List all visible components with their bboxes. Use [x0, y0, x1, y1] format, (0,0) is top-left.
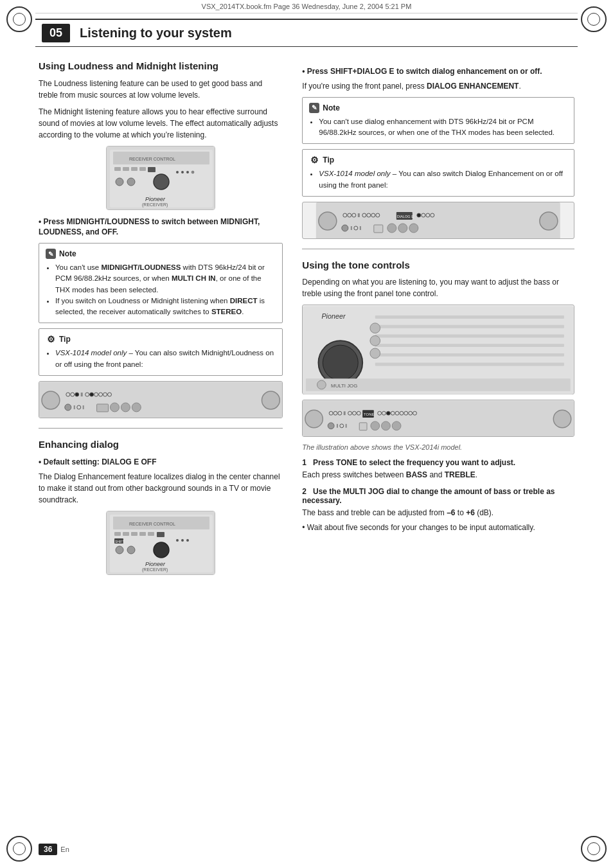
svg-rect-7 — [139, 167, 146, 171]
svg-point-35 — [111, 403, 120, 412]
svg-rect-93 — [375, 363, 564, 366]
svg-point-10 — [127, 178, 135, 186]
svg-rect-43 — [114, 532, 121, 536]
tip-icon-1: ⚙ — [46, 334, 56, 344]
panel-svg-3: TONE — [303, 400, 574, 437]
svg-text:SHIFT: SHIFT — [115, 540, 124, 544]
svg-point-9 — [116, 178, 123, 186]
svg-rect-34 — [97, 404, 109, 412]
section1-para1: The Loudness listening feature can be us… — [39, 78, 283, 101]
note-item-1-2: If you switch on Loudness or Midnight li… — [55, 296, 276, 318]
receiver-svg-2: RECEIVER CONTROL SHIFT Pioneer (RECEIVER… — [107, 511, 215, 575]
tip-item-2-1: VSX-1014 model only – You can also switc… — [319, 168, 567, 191]
svg-point-94 — [370, 323, 380, 333]
svg-point-58 — [186, 539, 189, 542]
svg-rect-33 — [83, 405, 84, 409]
svg-text:(RECEIVER): (RECEIVER) — [142, 567, 168, 572]
svg-text:RECEIVER CONTROL: RECEIVER CONTROL — [129, 522, 175, 526]
svg-rect-76 — [351, 226, 352, 230]
svg-text:Pioneer: Pioneer — [145, 561, 166, 567]
svg-point-82 — [409, 224, 418, 233]
svg-rect-88 — [375, 315, 564, 319]
svg-rect-92 — [375, 353, 564, 357]
svg-point-17 — [191, 171, 194, 173]
svg-point-81 — [398, 224, 407, 233]
front-panel-strip-3: TONE — [302, 400, 574, 437]
svg-rect-44 — [123, 532, 129, 536]
note-title-1: ✎ Note — [46, 249, 276, 259]
svg-point-87 — [323, 345, 359, 380]
tip-icon-2: ⚙ — [309, 155, 319, 165]
corner-decoration-br — [581, 836, 607, 862]
svg-rect-124 — [360, 423, 368, 430]
svg-rect-23 — [81, 393, 83, 396]
svg-text:MULTI JOG: MULTI JOG — [331, 383, 357, 389]
svg-point-22 — [75, 393, 79, 396]
svg-point-120 — [328, 423, 335, 429]
svg-point-126 — [382, 421, 391, 430]
panel-svg-1 — [39, 382, 282, 418]
svg-point-96 — [370, 348, 380, 359]
corner-decoration-tl — [6, 6, 32, 32]
tip-list-2: VSX-1014 model only – You can also switc… — [309, 168, 567, 191]
section3-bullet1: • Press SHIFT+DIALOG E to switch dialog … — [302, 66, 574, 77]
svg-rect-5 — [123, 167, 129, 171]
corner-inner-bl — [13, 842, 26, 855]
corner-inner-br — [587, 842, 600, 855]
file-info: VSX_2014TX.book.fm Page 36 Wednesday, Ju… — [35, 0, 578, 13]
section-divider-2 — [302, 249, 574, 249]
svg-point-51 — [116, 546, 123, 554]
section-divider-1 — [39, 428, 283, 429]
svg-rect-48 — [157, 532, 164, 537]
svg-point-15 — [181, 171, 184, 173]
tip-title-1: ⚙ Tip — [46, 334, 276, 344]
section1-para2: The Midnight listening feature allows yo… — [39, 106, 283, 141]
svg-point-71 — [417, 213, 421, 217]
svg-rect-18 — [39, 382, 282, 418]
svg-point-14 — [176, 171, 179, 173]
svg-rect-100 — [303, 401, 574, 437]
tip-title-2: ⚙ Tip — [309, 155, 567, 165]
svg-rect-8 — [148, 167, 155, 172]
svg-point-19 — [42, 391, 60, 409]
note-list-1: You can't use MIDNIGHT/LOUDNESS with DTS… — [46, 262, 276, 317]
svg-rect-121 — [337, 424, 338, 428]
receiver-image-2: RECEIVER CONTROL SHIFT Pioneer (RECEIVER… — [106, 511, 215, 575]
svg-point-80 — [387, 224, 396, 233]
svg-point-36 — [121, 403, 130, 412]
svg-rect-123 — [346, 424, 347, 428]
tone-caption: The illustration above shows the VSX-201… — [302, 442, 574, 453]
svg-point-83 — [540, 212, 558, 230]
svg-rect-79 — [374, 225, 383, 233]
svg-text:(RECEIVER): (RECEIVER) — [142, 202, 168, 208]
step2-header: 2 Use the MULTI JOG dial to change the a… — [302, 487, 574, 505]
tone-svg: Pioneer MULTI JOG — [303, 305, 574, 395]
panel-svg-2: DIALOG E — [303, 202, 574, 239]
section4-title: Using the tone controls — [302, 259, 574, 272]
section3-para1: If you're using the front panel, press D… — [302, 80, 574, 92]
note-title-2: ✎ Note — [309, 103, 567, 113]
svg-rect-45 — [131, 532, 138, 536]
chapter-title: Listening to your system — [80, 26, 232, 40]
svg-point-101 — [305, 411, 323, 428]
front-panel-strip-1 — [39, 381, 283, 418]
svg-point-60 — [319, 212, 337, 230]
note-icon-1: ✎ — [46, 249, 56, 259]
svg-point-113 — [387, 412, 391, 416]
step2-bullet: • Wait about five seconds for your chang… — [302, 522, 574, 533]
svg-rect-78 — [360, 226, 361, 230]
svg-rect-91 — [375, 344, 564, 347]
svg-rect-89 — [375, 325, 564, 328]
section2-para1: The Dialog Enhancement feature localizes… — [39, 471, 283, 506]
svg-rect-64 — [358, 213, 360, 217]
note-item-2-1: You can't use dialog enhancement with DT… — [319, 116, 567, 139]
section2-title: Enhancing dialog — [39, 438, 283, 451]
right-column: • Press SHIFT+DIALOG E to switch dialog … — [296, 60, 574, 580]
svg-point-16 — [186, 171, 189, 173]
svg-rect-31 — [74, 405, 75, 409]
section4-para1: Depending on what you are listening to, … — [302, 276, 574, 299]
svg-point-98 — [317, 380, 326, 389]
svg-rect-105 — [344, 412, 346, 416]
svg-point-11 — [154, 174, 169, 190]
svg-point-38 — [262, 391, 280, 409]
